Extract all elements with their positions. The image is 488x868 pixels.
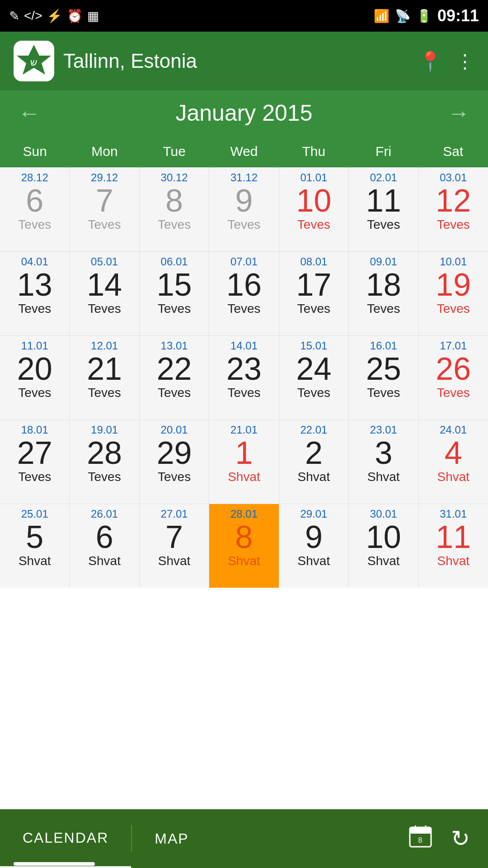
month-title: January 2015 [175, 100, 312, 126]
month-navigation: ← January 2015 → [0, 90, 488, 136]
hebrew-month: Teves [18, 470, 51, 484]
day-number: 14 [87, 269, 122, 301]
hebrew-month: Teves [367, 217, 400, 232]
hebrew-month: Teves [158, 302, 191, 316]
hebrew-month: Shvat [228, 470, 260, 484]
day-number: 6 [96, 521, 113, 553]
calendar-cell[interactable]: 10.0119Teves [419, 252, 488, 335]
day-header-fri: Fri [348, 136, 418, 167]
calendar-cell[interactable]: 20.0129Teves [140, 420, 209, 504]
more-options-icon[interactable]: ⋮ [455, 50, 474, 72]
day-number: 9 [235, 185, 253, 217]
barcode-icon: ▦ [87, 9, 99, 24]
calendar-cell[interactable]: 25.015Shvat [0, 504, 69, 588]
hebrew-month: Shvat [367, 470, 400, 484]
calendar-cell[interactable]: 07.0116Teves [209, 252, 278, 335]
calendar-cell[interactable]: 28.126Teves [0, 168, 69, 251]
hebrew-month: Teves [297, 302, 330, 316]
calendar-cell[interactable]: 14.0123Teves [209, 336, 278, 420]
hebrew-month: Teves [88, 302, 121, 316]
map-tab[interactable]: MAP [132, 809, 211, 868]
hebrew-month: Teves [18, 386, 51, 400]
calendar-cell[interactable]: 08.0117Teves [279, 252, 348, 335]
calendar-cell[interactable]: 04.0113Teves [0, 252, 69, 335]
gregorian-date: 02.01 [370, 171, 397, 184]
calendar-cell[interactable]: 29.127Teves [70, 168, 139, 251]
prev-month-button[interactable]: ← [18, 100, 41, 126]
day-number: 12 [436, 185, 471, 217]
hebrew-month: Shvat [88, 554, 121, 568]
gregorian-date: 12.01 [91, 340, 118, 352]
gregorian-date: 10.01 [440, 255, 467, 268]
calendar-cell[interactable]: 15.0124Teves [279, 336, 348, 420]
calendar-cell[interactable]: 28.018Shvat [209, 504, 278, 588]
calendar-cell[interactable]: 23.013Shvat [349, 420, 418, 504]
hebrew-month: Teves [158, 386, 191, 400]
calendar-cell[interactable]: 16.0125Teves [349, 336, 418, 420]
calendar-cell[interactable]: 05.0114Teves [70, 252, 139, 335]
hebrew-month: Shvat [367, 554, 400, 568]
svg-text:8: 8 [418, 836, 422, 844]
calendar-cell[interactable]: 24.014Shvat [419, 420, 488, 504]
day-headers: SunMonTueWedThuFriSat [0, 136, 488, 167]
status-bar: ✎ </> ⚡ ⏰ ▦ 📶 📡 🔋 09:11 [0, 0, 488, 32]
calendar-cell[interactable]: 06.0115Teves [140, 252, 209, 335]
refresh-icon[interactable]: ↻ [451, 826, 470, 852]
calendar-cell[interactable]: 27.017Shvat [140, 504, 209, 588]
hebrew-month: Teves [227, 386, 260, 400]
alarm-icon: ⏰ [67, 9, 83, 24]
hebrew-month: Teves [437, 386, 470, 400]
calendar-cell[interactable]: 17.0126Teves [419, 336, 488, 420]
calendar-cell[interactable]: 29.019Shvat [279, 504, 348, 588]
calendar-cell[interactable]: 22.012Shvat [279, 420, 348, 504]
gregorian-date: 01.01 [300, 171, 327, 184]
calendar-cell[interactable]: 21.011Shvat [209, 420, 278, 504]
gregorian-date: 23.01 [370, 424, 397, 436]
gregorian-date: 30.01 [370, 508, 397, 520]
gregorian-date: 22.01 [300, 424, 327, 436]
calendar-tab[interactable]: CALENDAR [0, 809, 131, 868]
day-number: 22 [157, 353, 192, 385]
calendar-cell[interactable]: 19.0128Teves [70, 420, 139, 504]
calendar-cell[interactable]: 11.0120Teves [0, 336, 69, 420]
bottom-navigation: CALENDAR MAP 8 ↻ [0, 809, 488, 868]
day-number: 23 [226, 353, 262, 385]
hebrew-month: Teves [227, 217, 260, 232]
edit-icon: ✎ [9, 9, 19, 24]
gregorian-date: 15.01 [300, 340, 327, 352]
calendar-cell[interactable]: 30.128Teves [140, 168, 209, 251]
calendar-cell[interactable]: 09.0118Teves [349, 252, 418, 335]
day-number: 3 [375, 437, 392, 469]
day-header-sat: Sat [418, 136, 488, 167]
calendar-cell[interactable]: 01.0110Teves [279, 168, 348, 251]
calendar-cell[interactable]: 31.129Teves [209, 168, 278, 251]
hebrew-month: Teves [158, 217, 191, 232]
calendar-cell[interactable]: 30.0110Shvat [349, 504, 418, 588]
calendar-cell[interactable]: 13.0122Teves [140, 336, 209, 420]
calendar-action-icon[interactable]: 8 [408, 824, 433, 854]
calendar-cell[interactable]: 26.016Shvat [70, 504, 139, 588]
day-number: 11 [436, 521, 471, 553]
hebrew-month: Teves [18, 302, 51, 316]
gregorian-date: 19.01 [91, 424, 118, 436]
day-number: 7 [96, 185, 113, 217]
gregorian-date: 17.01 [440, 340, 467, 352]
location-icon[interactable]: 📍 [418, 50, 442, 72]
calendar-cell[interactable]: 31.0111Shvat [419, 504, 488, 588]
calendar-cell[interactable]: 18.0127Teves [0, 420, 69, 504]
hebrew-month: Teves [437, 217, 470, 232]
day-number: 9 [305, 521, 323, 553]
calendar-tab-label: CALENDAR [23, 830, 108, 846]
hebrew-month: Shvat [228, 554, 260, 568]
hebrew-month: Shvat [158, 554, 191, 568]
day-number: 16 [226, 269, 262, 301]
next-month-button[interactable]: → [447, 100, 470, 126]
hebrew-month: Teves [158, 470, 191, 484]
calendar-cell[interactable]: 12.0121Teves [70, 336, 139, 420]
calendar-cell[interactable]: 02.0111Teves [349, 168, 418, 251]
calendar-cell[interactable]: 03.0112Teves [419, 168, 488, 251]
day-number: 29 [157, 437, 192, 469]
gregorian-date: 21.01 [230, 424, 258, 436]
day-number: 4 [445, 437, 462, 469]
hebrew-month: Shvat [298, 554, 330, 568]
